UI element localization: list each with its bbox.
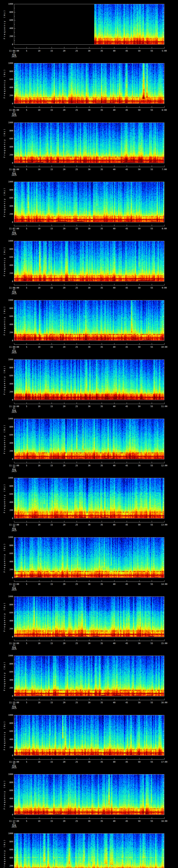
y-axis-tick xyxy=(163,723,164,723)
y-axis-tick xyxy=(163,214,164,214)
spectrogram-canvas xyxy=(14,774,164,815)
x-axis-tick-label: 5 xyxy=(26,820,27,822)
x-axis-tick-label: 15 xyxy=(51,109,53,111)
x-axis-tick xyxy=(39,462,39,463)
y-axis-tick xyxy=(14,198,16,198)
y-axis-minor-tick xyxy=(14,743,15,744)
y-axis-tick xyxy=(163,569,164,570)
y-axis-tick-label: 400 xyxy=(0,501,13,503)
x-axis-tick-label: 40 xyxy=(113,761,115,763)
x-axis-tick-label: 45 xyxy=(125,465,128,467)
y-axis-tick-label: 600 xyxy=(0,493,13,495)
x-axis-tick xyxy=(164,284,165,285)
x-axis-tick xyxy=(39,521,39,522)
x-axis-tick-label: 35 xyxy=(100,168,103,170)
y-axis-tick-label: 600 xyxy=(0,138,13,140)
y-axis-tick-label: 800 xyxy=(0,367,13,369)
x-axis-tick-label: 45 xyxy=(125,227,128,230)
y-axis-tick-label: 200 xyxy=(0,391,13,393)
x-axis-tick-label: 45 xyxy=(125,524,128,526)
y-axis-minor-tick xyxy=(14,633,15,633)
x-axis-tick-label: 40 xyxy=(113,227,115,230)
y-axis-tick-label: 400 xyxy=(0,679,13,681)
x-axis-tick xyxy=(152,462,152,463)
x-axis-tick-label: 30 xyxy=(88,702,90,704)
panel-end-time-label: 16:00 xyxy=(161,702,168,704)
date-year-label: 2015 xyxy=(12,352,17,354)
x-axis-tick-label: 35 xyxy=(100,465,103,467)
x-axis-tick-label: 20 xyxy=(63,109,65,111)
panel-end-time-label: 12:00 xyxy=(161,465,168,467)
x-axis-tick xyxy=(164,343,165,345)
frequency-axis-title: Frequency (Hz) xyxy=(3,246,6,276)
y-axis-tick-label: 1000 xyxy=(0,3,13,5)
y-axis-minor-tick xyxy=(164,735,164,736)
x-axis-tick xyxy=(164,402,165,404)
y-axis-tick xyxy=(14,12,16,12)
frequency-axis-title: Frequency (Hz) xyxy=(3,483,6,513)
frequency-axis-title: Frequency (Hz) xyxy=(3,543,6,572)
x-axis-tick xyxy=(164,639,165,641)
spectrogram-plot xyxy=(14,478,164,519)
y-axis-tick-label: 600 xyxy=(0,789,13,792)
x-axis-tick-label: 25 xyxy=(76,168,78,170)
y-axis-minor-tick xyxy=(14,67,15,67)
y-axis-minor-tick xyxy=(14,194,15,194)
x-axis-tick-label: 5 xyxy=(26,583,27,585)
spectrogram-panel-11-14-00: Frequency (Hz) 11:14:00 15:00 21 Aug 201… xyxy=(0,592,178,652)
y-axis-tick-label: 0 xyxy=(0,577,13,579)
y-axis-tick xyxy=(163,182,164,182)
x-axis-tick-label: 15 xyxy=(51,50,53,52)
x-axis-tick-label: 20 xyxy=(63,524,65,526)
y-axis-minor-tick xyxy=(14,320,15,321)
x-axis-tick xyxy=(64,402,64,404)
x-axis-tick-label: 5 xyxy=(26,761,27,763)
x-axis-tick-label: 15 xyxy=(51,346,53,348)
x-axis-tick-label: 40 xyxy=(113,702,115,704)
x-axis-tick xyxy=(52,165,52,167)
y-axis-minor-tick xyxy=(164,210,164,210)
x-axis-tick-label: 50 xyxy=(138,346,141,348)
x-axis-tick xyxy=(139,165,140,167)
x-axis-tick xyxy=(139,284,140,285)
y-axis-tick xyxy=(163,629,164,629)
y-axis-tick xyxy=(14,451,16,451)
date-year-label: 2015 xyxy=(12,826,17,828)
date-year-label: 2015 xyxy=(12,767,17,769)
x-axis-tick xyxy=(39,225,39,226)
spectrogram-panel-11-15-00: Frequency (Hz) 11:15:00 16:00 21 Aug 201… xyxy=(0,652,178,711)
x-axis-tick xyxy=(39,699,39,700)
frequency-axis-title: Frequency (Hz) xyxy=(3,839,6,868)
y-axis-tick-label: 600 xyxy=(0,19,13,21)
x-axis-tick-label: 50 xyxy=(138,405,141,407)
y-axis-tick-label: 200 xyxy=(0,687,13,689)
y-axis-tick xyxy=(163,604,164,605)
y-axis-tick xyxy=(163,613,164,613)
x-axis-tick xyxy=(52,758,52,760)
y-axis-tick xyxy=(163,308,164,309)
spectrogram-canvas xyxy=(14,63,164,104)
y-axis-tick-label: 800 xyxy=(0,426,13,428)
x-axis-tick xyxy=(77,758,77,760)
x-axis-tick-label: 45 xyxy=(125,761,128,763)
y-axis-minor-tick xyxy=(14,261,15,261)
y-axis-tick xyxy=(163,510,164,510)
x-axis-tick-label: 45 xyxy=(125,642,128,644)
x-axis-tick-label: 5 xyxy=(26,405,27,407)
y-axis-minor-tick xyxy=(164,751,164,752)
y-axis-tick xyxy=(14,755,16,756)
y-axis-tick-label: 200 xyxy=(0,865,13,867)
y-axis-tick xyxy=(163,198,164,198)
x-axis-tick-label: 40 xyxy=(113,820,115,822)
panel-end-time-label: 8:00 xyxy=(162,227,167,230)
x-axis-tick-label: 55 xyxy=(151,702,153,704)
x-axis-tick-label: 55 xyxy=(151,50,153,52)
x-axis-tick-label: 10 xyxy=(38,287,40,289)
y-axis-tick xyxy=(14,95,16,96)
x-axis-tick-label: 35 xyxy=(100,405,103,407)
x-axis-tick-label: 5 xyxy=(26,524,27,526)
x-axis-tick xyxy=(39,758,39,760)
x-axis-tick xyxy=(164,580,165,582)
spectrogram-canvas xyxy=(14,182,164,222)
x-axis-tick-label: 40 xyxy=(113,168,115,170)
